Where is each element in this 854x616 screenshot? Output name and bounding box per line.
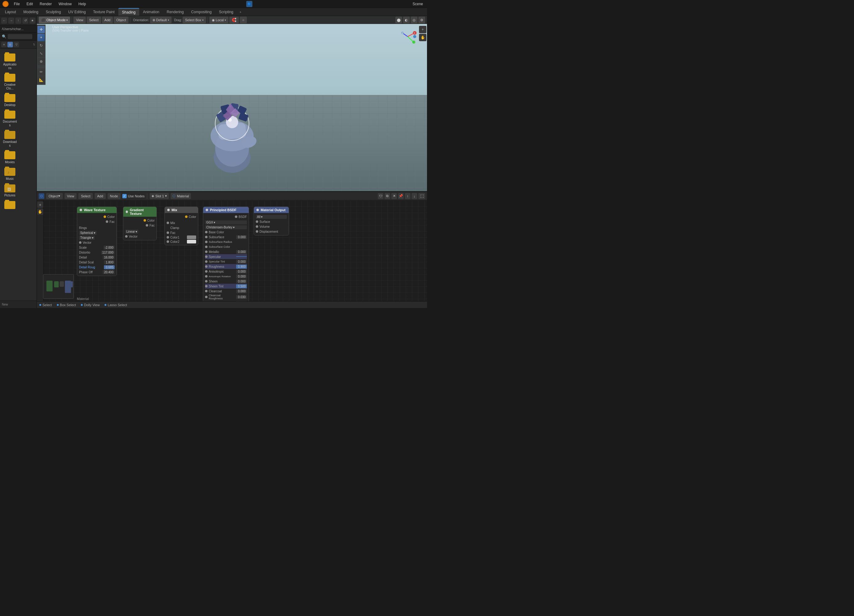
anisotropic-value[interactable]: 0.000 [236, 270, 247, 274]
material-dropdown[interactable]: ⬡ Material [171, 193, 191, 199]
view-filter-button[interactable]: ▽ [14, 42, 19, 47]
tab-animation[interactable]: Animation [139, 8, 163, 16]
tab-sculpting[interactable]: Sculpting [42, 8, 64, 16]
distribution-select[interactable]: GGX ▾ [205, 220, 247, 224]
distortion-value[interactable]: 117.000 [101, 250, 115, 255]
viewport-shading-material[interactable]: ◐ [403, 17, 410, 23]
view-list-button[interactable]: ≡ [1, 42, 7, 47]
type-select[interactable]: Spherical ▾ [79, 231, 96, 235]
tab-shading[interactable]: Shading [118, 8, 139, 16]
viewport-3d[interactable]: ⬛ Object Mode ▾ View Select Add Object O… [37, 16, 427, 191]
node-mix[interactable]: Mix Color Mix Clamp [165, 207, 198, 245]
menu-edit[interactable]: Edit [25, 1, 34, 7]
tool-measure[interactable]: 📐 [38, 76, 45, 84]
tool-annotate[interactable]: ✏ [38, 68, 45, 76]
node-material-output[interactable]: Material Output All ▾ Surface [254, 207, 289, 235]
status-select[interactable]: Select [40, 303, 52, 307]
fb-back-button[interactable]: ← [1, 18, 7, 24]
zoom-in-button[interactable]: + [419, 26, 426, 33]
status-box-select[interactable]: Box Select [57, 303, 76, 307]
list-item[interactable]: Desktop [3, 93, 17, 107]
sheen-value[interactable]: 0.000 [236, 279, 247, 284]
tab-uv-editing[interactable]: UV Editing [64, 8, 90, 16]
color1-swatch[interactable] [187, 235, 196, 239]
viewport-shading-rendered[interactable]: ◎ [411, 17, 418, 23]
search-input[interactable] [8, 34, 32, 39]
phase-offset-value[interactable]: 20.400 [103, 270, 115, 274]
roughness-value-field[interactable]: 0.900 [236, 265, 247, 269]
tool-cursor[interactable]: ✛ [38, 26, 45, 33]
node-object-dropdown[interactable]: Object ▾ [46, 193, 63, 199]
specular-tint-value[interactable]: 0.000 [236, 260, 247, 264]
drag-dropdown[interactable]: Select Box ▾ [183, 17, 206, 23]
hand-button[interactable]: ✋ [419, 34, 426, 41]
node-node-button[interactable]: Node [108, 193, 120, 199]
node-up-button[interactable]: ↑ [405, 193, 410, 199]
pivot-dropdown[interactable]: ◉ Local ▾ [209, 17, 229, 23]
node-wave-texture[interactable]: Wave Texture Color Fac Rings [77, 207, 117, 276]
viewport-object-button[interactable]: Object [114, 17, 128, 23]
list-item[interactable]: Music [3, 166, 17, 181]
viewport-add-button[interactable]: Add [102, 17, 113, 23]
subsurface-value-field[interactable]: 0.000 [236, 235, 247, 239]
fb-up-button[interactable]: ↑ [15, 18, 21, 24]
node-down-button[interactable]: ↓ [412, 193, 417, 199]
tab-modeling[interactable]: Modeling [20, 8, 42, 16]
specular-value-field[interactable] [236, 256, 247, 257]
list-item[interactable]: Movies [3, 150, 17, 164]
viewport-shading-solid[interactable]: ⬤ [395, 17, 402, 23]
list-item[interactable]: Pictures [3, 183, 17, 197]
detail-value[interactable]: 16.000 [103, 255, 115, 259]
list-item[interactable]: Applications [3, 52, 17, 70]
node-shield-button[interactable]: 🛡 [378, 193, 383, 199]
node-principled-bsdf[interactable]: Principled BSDF BSDF GGX ▾ [203, 207, 249, 308]
node-add-button[interactable]: Add [95, 193, 106, 199]
tab-compositing[interactable]: Compositing [188, 8, 215, 16]
list-item[interactable]: Documents [3, 110, 17, 127]
viewport-view-button[interactable]: View [73, 17, 86, 23]
scale-value[interactable]: -2.000 [104, 245, 115, 250]
tool-move[interactable]: ✦ [38, 34, 45, 41]
node-gradient-texture[interactable]: Gradient Texture Color Fac [123, 207, 157, 240]
subsurface-select[interactable]: Christensen-Burley ▾ [205, 225, 247, 229]
menu-window[interactable]: Window [57, 1, 73, 7]
tab-layout[interactable]: Layout [1, 8, 20, 16]
menu-render[interactable]: Render [38, 1, 53, 7]
use-nodes-toggle[interactable]: ✓ Use Nodes [122, 194, 145, 198]
view-grid-button[interactable]: ⊞ [8, 42, 13, 47]
tab-scripting[interactable]: Scripting [215, 8, 237, 16]
cc-rough-value[interactable]: 0.030 [236, 295, 247, 299]
list-item[interactable]: Creative Clo... [3, 73, 17, 90]
bands-select[interactable]: Triangle ▾ [79, 236, 95, 240]
fb-forward-button[interactable]: → [8, 18, 14, 24]
fb-reload-button[interactable]: ↺ [23, 18, 28, 24]
detail-scale-value[interactable]: 1.800 [104, 260, 115, 264]
tool-transform[interactable]: ⊕ [38, 58, 45, 65]
node-copy-button[interactable]: ⧉ [384, 193, 390, 199]
node-view-button[interactable]: View [64, 193, 77, 199]
node-canvas[interactable]: + ✋ Wave T [37, 200, 427, 308]
metallic-value-field[interactable]: 0.000 [236, 250, 247, 254]
file-browser-path[interactable]: /Users/richar... [0, 25, 37, 33]
menu-help[interactable]: Help [77, 1, 88, 7]
add-tab-button[interactable]: + [237, 9, 244, 15]
slot-dropdown[interactable]: ◈ Slot 1 ▾ [150, 193, 169, 199]
orientation-dropdown[interactable]: ⊕ Default ▾ [150, 17, 172, 23]
tab-rendering[interactable]: Rendering [163, 8, 187, 16]
snap-button[interactable]: 🧲 [229, 17, 239, 23]
status-dolly-view[interactable]: Dolly View [81, 303, 100, 307]
viewport-select-button[interactable]: Select [87, 17, 101, 23]
render-engine-icon[interactable]: 🔵 [246, 1, 252, 7]
use-nodes-checkbox[interactable]: ✓ [122, 194, 127, 198]
orientation-gizmo[interactable]: X Z [398, 27, 418, 47]
node-hand-button[interactable]: ✋ [37, 209, 43, 215]
node-fullscreen-button[interactable]: ⛶ [418, 193, 425, 199]
tool-rotate[interactable]: ↻ [38, 42, 45, 49]
node-pin-button[interactable]: 📌 [398, 193, 404, 199]
viewport-options[interactable]: ⚙ [418, 17, 425, 23]
output-all-select[interactable]: All ▾ [256, 215, 287, 219]
color2-swatch[interactable] [187, 240, 196, 244]
node-close-button[interactable]: ✕ [391, 193, 397, 199]
list-item[interactable] [3, 200, 17, 210]
node-select-button[interactable]: Select [78, 193, 93, 199]
